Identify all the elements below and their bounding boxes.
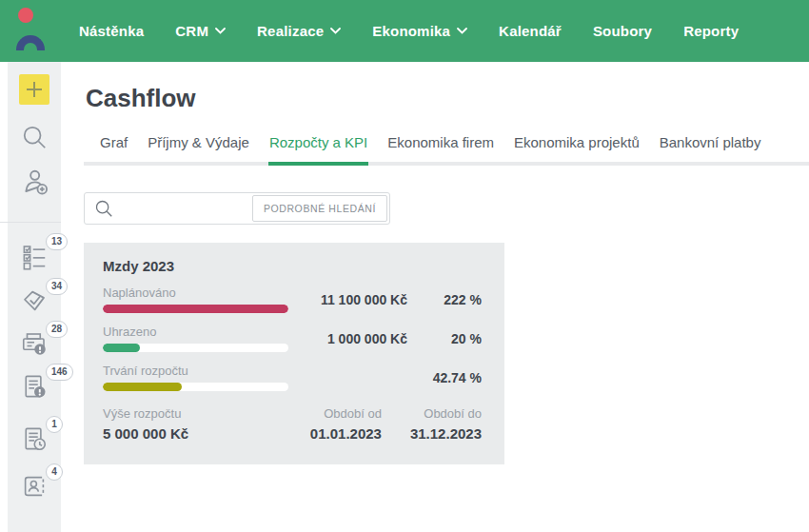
tab-ekonomika-firem[interactable]: Ekonomika firem: [386, 134, 495, 166]
sidebar-search-button[interactable]: [8, 123, 61, 151]
budget-row-duration: Trvání rozpočtu 42.74 %: [103, 364, 482, 391]
add-button[interactable]: [8, 74, 61, 105]
tab-prijmy-vydaje[interactable]: Příjmy & Výdaje: [147, 134, 250, 166]
chevron-down-icon: [330, 28, 341, 34]
progress-fill-planned: [103, 305, 288, 313]
nav-item-crm[interactable]: CRM: [175, 23, 226, 39]
row-label: Trvání rozpočtu: [103, 364, 288, 378]
footer-label: Období od: [310, 406, 382, 421]
row-value: 11 100 000 Kč: [298, 292, 407, 307]
budget-card-title: Mzdy 2023: [103, 258, 482, 274]
footer-label: Výše rozpočtu: [103, 406, 282, 421]
advanced-search-button[interactable]: PODROBNÉ HLEDÁNÍ: [252, 195, 387, 222]
progress-fill-paid: [103, 344, 140, 352]
budget-row-planned: Naplánováno 11 100 000 Kč 222 %: [103, 286, 482, 313]
app-logo[interactable]: [0, 0, 61, 62]
nav-item-realizace[interactable]: Realizace: [257, 23, 341, 39]
row-label: Uhrazeno: [103, 325, 288, 339]
sidebar-item-approvals[interactable]: 34: [8, 286, 61, 319]
sidebar-item-contacts[interactable]: 4: [8, 472, 61, 504]
sidebar: 13 34 28: [0, 62, 61, 532]
tab-bankovni-platby[interactable]: Bankovní platby: [659, 134, 762, 166]
tag-check-icon: [20, 286, 49, 315]
row-label: Naplánováno: [103, 286, 288, 300]
search-bar: PODROBNÉ HLEDÁNÍ: [84, 192, 390, 225]
tab-rozpocty-a-kpi[interactable]: Rozpočty a KPI: [268, 134, 368, 166]
main-content: Cashflow Graf Příjmy & Výdaje Rozpočty a…: [61, 62, 809, 532]
sidebar-divider: [0, 222, 61, 223]
progress-track: [103, 344, 288, 352]
tab-bar: Graf Příjmy & Výdaje Rozpočty a KPI Ekon…: [84, 134, 809, 166]
footer-label: Období do: [410, 406, 482, 421]
main-menu: Nástěnka CRM Realizace Ekonomika Kalendá…: [61, 23, 739, 39]
nav-item-reporty[interactable]: Reporty: [683, 23, 739, 39]
footer-value: 01.01.2023: [310, 425, 382, 442]
budget-card[interactable]: Mzdy 2023 Naplánováno 11 100 000 Kč 222 …: [84, 243, 504, 464]
search-icon: [93, 198, 114, 219]
nav-item-kalendar[interactable]: Kalendář: [499, 23, 562, 39]
budget-row-paid: Uhrazeno 1 000 000 Kč 20 %: [103, 325, 482, 352]
document-clock-icon: [20, 424, 49, 453]
sidebar-item-documents-alerts[interactable]: 146: [8, 372, 61, 404]
progress-track: [103, 305, 288, 313]
top-nav: Nástěnka CRM Realizace Ekonomika Kalendá…: [0, 0, 809, 62]
chevron-down-icon: [215, 28, 226, 34]
tab-ekonomika-projektu[interactable]: Ekonomika projektů: [513, 134, 641, 166]
plus-icon[interactable]: [19, 74, 49, 105]
row-percent: 20 %: [417, 331, 482, 346]
search-icon: [20, 123, 49, 151]
nav-item-soubory[interactable]: Soubory: [593, 23, 652, 39]
person-add-icon: [19, 167, 49, 197]
footer-value: 5 000 000 Kč: [103, 425, 282, 442]
logo-ring-icon: [18, 8, 33, 23]
document-alert-icon: [20, 372, 49, 401]
sidebar-item-payments-alerts[interactable]: 28: [8, 329, 61, 362]
card-alert-icon: [20, 329, 49, 358]
contact-card-icon: [20, 472, 49, 501]
logo-arc-icon: [16, 35, 45, 50]
row-percent: 42.74 %: [417, 370, 482, 385]
checklist-icon: [20, 242, 49, 270]
row-value: 1 000 000 Kč: [298, 331, 407, 346]
footer-value: 31.12.2023: [410, 425, 482, 442]
nav-item-ekonomika[interactable]: Ekonomika: [372, 23, 467, 39]
row-percent: 222 %: [417, 292, 482, 307]
add-contact-button[interactable]: [8, 167, 61, 197]
sidebar-item-tasks[interactable]: 13: [8, 242, 61, 274]
tab-graf[interactable]: Graf: [99, 134, 128, 166]
progress-fill-duration: [103, 383, 182, 391]
progress-track: [103, 383, 288, 391]
chevron-down-icon: [457, 28, 467, 34]
sidebar-item-documents-due[interactable]: 1: [8, 424, 61, 457]
nav-item-nastenka[interactable]: Nástěnka: [79, 23, 144, 39]
budget-card-footer: Výše rozpočtu 5 000 000 Kč Období od 01.…: [103, 406, 482, 442]
page-title: Cashflow: [86, 84, 809, 113]
